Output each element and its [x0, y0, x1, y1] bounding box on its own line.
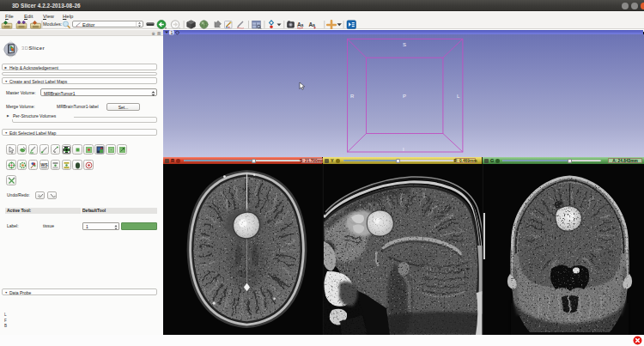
svg-text:Editor: Editor — [82, 21, 95, 27]
svg-text:1: 1 — [171, 30, 173, 35]
svg-text:R: R — [350, 94, 355, 99]
svg-text:a: a — [301, 22, 304, 27]
svg-text:I: I — [403, 147, 404, 152]
svg-text:S: S — [403, 42, 406, 47]
svg-text:P: P — [403, 94, 406, 99]
svg-text:a: a — [313, 22, 315, 27]
svg-text:L: L — [457, 94, 460, 99]
svg-text:WS: WS — [41, 161, 49, 167]
